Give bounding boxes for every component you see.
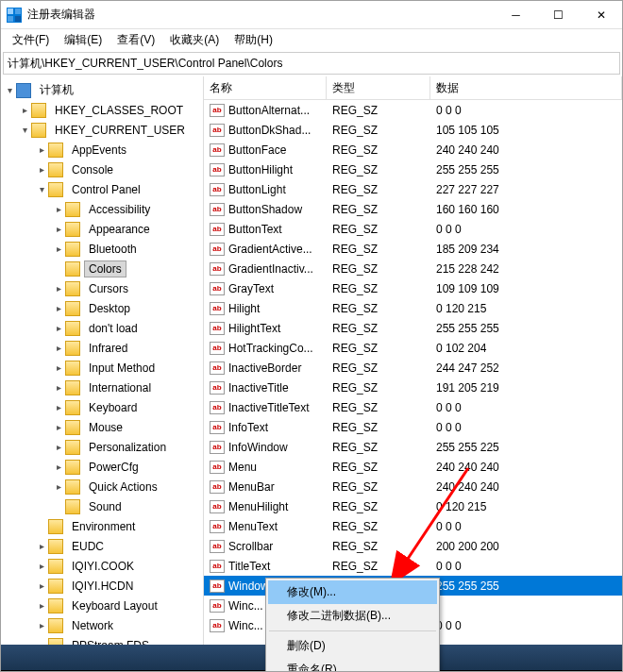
- tree-cp-infrared[interactable]: ▸Infrared: [1, 338, 203, 358]
- tree-cp-international[interactable]: ▸International: [1, 378, 203, 397]
- list-row[interactable]: abMenuTextREG_SZ0 0 0: [204, 516, 622, 536]
- list-row[interactable]: abInactiveTitleTextREG_SZ0 0 0: [204, 397, 622, 417]
- tree-cp-accessibility[interactable]: ▸Accessibility: [1, 199, 203, 219]
- chevron-right-icon[interactable]: ▸: [52, 381, 65, 395]
- tree-cp-bluetooth[interactable]: ▸Bluetooth: [1, 239, 203, 259]
- chevron-right-icon[interactable]: ▸: [52, 243, 65, 256]
- list-row[interactable]: abButtonShadowREG_SZ160 160 160: [204, 199, 622, 219]
- list-row[interactable]: abButtonAlternat...REG_SZ0 0 0: [204, 100, 622, 120]
- chevron-right-icon[interactable]: ▸: [52, 441, 65, 454]
- tree-cp-appearance[interactable]: ▸Appearance: [1, 219, 203, 239]
- tree-hkcr[interactable]: ▸ HKEY_CLASSES_ROOT: [1, 100, 203, 120]
- tree-iqiyi-cook[interactable]: ▸ IQIYI.COOK: [1, 556, 203, 576]
- chevron-right-icon[interactable]: ▸: [35, 163, 48, 176]
- tree-cp-mouse[interactable]: ▸Mouse: [1, 417, 203, 437]
- close-button[interactable]: ✕: [580, 1, 622, 29]
- list-row[interactable]: abMenuREG_SZ240 240 240: [204, 457, 622, 477]
- tree-root[interactable]: ▾ 计算机: [1, 80, 203, 100]
- chevron-down-icon[interactable]: ▾: [3, 84, 16, 97]
- tree-console[interactable]: ▸ Console: [1, 160, 203, 179]
- chevron-right-icon[interactable]: ▸: [35, 619, 48, 632]
- tree-pane[interactable]: ▾ 计算机 ▸ HKEY_CLASSES_ROOT ▾ HKEY_CURRENT…: [1, 76, 204, 647]
- tree-iqiyi-hcdn[interactable]: ▸ IQIYI.HCDN: [1, 576, 203, 596]
- list-row[interactable]: abHotTrackingCo...REG_SZ0 102 204: [204, 338, 622, 358]
- tree-cp-keyboard[interactable]: ▸Keyboard: [1, 397, 203, 417]
- minimize-button[interactable]: ─: [495, 1, 537, 29]
- chevron-right-icon[interactable]: ▸: [52, 282, 65, 295]
- chevron-right-icon[interactable]: ▸: [52, 461, 65, 474]
- chevron-right-icon[interactable]: ▸: [52, 361, 65, 375]
- tree-cp-powercfg[interactable]: ▸PowerCfg: [1, 457, 203, 477]
- chevron-right-icon[interactable]: ▸: [35, 143, 48, 157]
- tree-cp-colors[interactable]: Colors: [1, 259, 203, 278]
- chevron-right-icon[interactable]: ▸: [35, 580, 48, 593]
- chevron-down-icon[interactable]: ▾: [35, 183, 48, 196]
- chevron-right-icon[interactable]: ▸: [18, 104, 31, 117]
- tree-cp-input-method[interactable]: ▸Input Method: [1, 358, 203, 378]
- list-row[interactable]: abButtonDkShad...REG_SZ105 105 105: [204, 120, 622, 140]
- tree-controlpanel[interactable]: ▾ Control Panel: [1, 179, 203, 199]
- tree-network[interactable]: ▸ Network: [1, 615, 203, 635]
- list-row[interactable]: abInfoTextREG_SZ0 0 0: [204, 417, 622, 437]
- column-data[interactable]: 数据: [430, 76, 622, 99]
- chevron-right-icon[interactable]: ▸: [52, 223, 65, 236]
- folder-icon: [65, 261, 80, 277]
- tree-eudc[interactable]: ▸ EUDC: [1, 536, 203, 556]
- chevron-right-icon[interactable]: ▸: [52, 421, 65, 434]
- list-pane[interactable]: 名称 类型 数据 abButtonAlternat...REG_SZ0 0 0a…: [204, 76, 622, 647]
- menu-favorites[interactable]: 收藏夹(A): [162, 30, 227, 50]
- list-row[interactable]: abMenuBarREG_SZ240 240 240: [204, 477, 622, 496]
- chevron-down-icon[interactable]: ▾: [18, 124, 31, 137]
- column-type[interactable]: 类型: [327, 76, 430, 99]
- menu-edit[interactable]: 编辑(E): [57, 30, 109, 50]
- tree-cp-personalization[interactable]: ▸Personalization: [1, 437, 203, 457]
- address-bar[interactable]: 计算机\HKEY_CURRENT_USER\Control Panel\Colo…: [3, 52, 620, 75]
- chevron-right-icon[interactable]: ▸: [52, 322, 65, 335]
- list-row[interactable]: abGradientActive...REG_SZ185 209 234: [204, 239, 622, 259]
- list-row[interactable]: abInactiveTitleREG_SZ191 205 219: [204, 378, 622, 397]
- ctx-delete[interactable]: 删除(D): [268, 634, 437, 658]
- chevron-right-icon[interactable]: ▸: [52, 480, 65, 494]
- list-row[interactable]: abButtonTextREG_SZ0 0 0: [204, 219, 622, 239]
- tree-cp-desktop[interactable]: ▸Desktop: [1, 298, 203, 318]
- menu-help[interactable]: 帮助(H): [227, 30, 280, 50]
- chevron-right-icon[interactable]: ▸: [35, 560, 48, 573]
- tree-cp-cursors[interactable]: ▸Cursors: [1, 278, 203, 298]
- tree-hkcu[interactable]: ▾ HKEY_CURRENT_USER: [1, 120, 203, 140]
- list-row[interactable]: abHilightREG_SZ0 120 215: [204, 298, 622, 318]
- tree-cp-sound[interactable]: Sound: [1, 496, 203, 516]
- ctx-rename[interactable]: 重命名(R): [268, 658, 437, 672]
- chevron-right-icon[interactable]: ▸: [52, 401, 65, 414]
- tree-cp-don-t-load[interactable]: ▸don't load: [1, 318, 203, 338]
- chevron-right-icon[interactable]: [52, 500, 65, 513]
- list-row[interactable]: abMenuHilightREG_SZ0 120 215: [204, 496, 622, 516]
- list-row[interactable]: abTitleTextREG_SZ0 0 0: [204, 556, 622, 576]
- column-name[interactable]: 名称: [204, 76, 327, 99]
- chevron-right-icon[interactable]: ▸: [52, 342, 65, 355]
- chevron-right-icon[interactable]: ▸: [35, 599, 48, 613]
- list-row[interactable]: abGrayTextREG_SZ109 109 109: [204, 278, 622, 298]
- list-row[interactable]: abScrollbarREG_SZ200 200 200: [204, 536, 622, 556]
- list-row[interactable]: abInactiveBorderREG_SZ244 247 252: [204, 358, 622, 378]
- tree-appevents[interactable]: ▸ AppEvents: [1, 140, 203, 160]
- list-row[interactable]: abHilightTextREG_SZ255 255 255: [204, 318, 622, 338]
- list-row[interactable]: abButtonHilightREG_SZ255 255 255: [204, 160, 622, 179]
- chevron-right-icon[interactable]: ▸: [35, 540, 48, 553]
- menu-file[interactable]: 文件(F): [5, 30, 57, 50]
- chevron-right-icon[interactable]: ▸: [52, 203, 65, 216]
- ctx-modify[interactable]: 修改(M)...: [268, 580, 437, 604]
- tree-keyboard-layout[interactable]: ▸ Keyboard Layout: [1, 596, 203, 615]
- list-row[interactable]: abButtonFaceREG_SZ240 240 240: [204, 140, 622, 160]
- menu-view[interactable]: 查看(V): [109, 30, 162, 50]
- reg-string-icon: ab: [210, 500, 225, 513]
- tree-cp-quick-actions[interactable]: ▸Quick Actions: [1, 477, 203, 496]
- value-data: 240 240 240: [430, 480, 622, 494]
- list-row[interactable]: abGradientInactiv...REG_SZ215 228 242: [204, 259, 622, 278]
- list-row[interactable]: abButtonLightREG_SZ227 227 227: [204, 179, 622, 199]
- tree-environment[interactable]: Environment: [1, 516, 203, 536]
- maximize-button[interactable]: ☐: [537, 1, 580, 29]
- chevron-right-icon[interactable]: ▸: [52, 302, 65, 315]
- chevron-right-icon[interactable]: [52, 262, 65, 276]
- list-row[interactable]: abInfoWindowREG_SZ255 255 225: [204, 437, 622, 457]
- ctx-modify-binary[interactable]: 修改二进制数据(B)...: [268, 604, 437, 628]
